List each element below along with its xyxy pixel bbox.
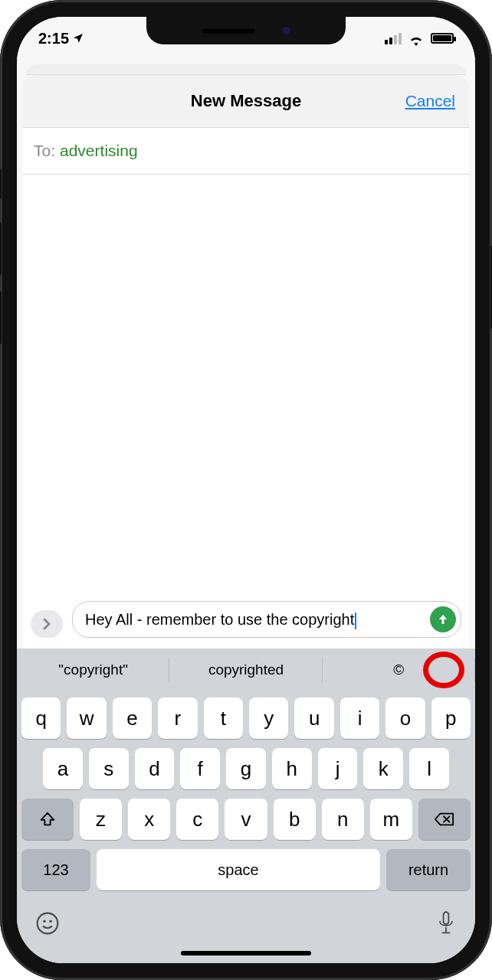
dictation-button[interactable] (435, 910, 457, 942)
key-h[interactable]: h (272, 748, 312, 789)
key-p[interactable]: p (431, 697, 471, 739)
message-text: Hey All - remember to use the copyright (85, 611, 354, 628)
key-o[interactable]: o (385, 697, 425, 739)
compose-row: Hey All - remember to use the copyright (23, 593, 469, 648)
key-b[interactable]: b (274, 799, 316, 840)
key-k[interactable]: k (363, 748, 403, 789)
speaker (202, 28, 255, 34)
message-input[interactable]: Hey All - remember to use the copyright (72, 601, 461, 638)
location-icon (72, 32, 84, 44)
key-l[interactable]: l (409, 748, 449, 789)
keyboard: "copyright" copyrighted © q w e r t y u … (17, 648, 475, 963)
page-title: New Message (191, 91, 301, 111)
front-camera (283, 27, 290, 34)
side-switch (0, 168, 2, 199)
modal-header: New Message Cancel (23, 75, 469, 127)
key-z[interactable]: z (80, 799, 122, 840)
key-u[interactable]: u (294, 697, 333, 739)
to-value: advertising (60, 142, 138, 160)
emoji-button[interactable] (35, 911, 60, 941)
volume-up (0, 222, 2, 276)
screen: 2:15 New Message Cancel To: advertising (17, 17, 475, 963)
svg-point-2 (49, 920, 51, 923)
key-a[interactable]: a (43, 748, 83, 789)
key-w[interactable]: w (67, 697, 106, 739)
backspace-key[interactable] (418, 799, 471, 840)
microphone-icon (435, 910, 457, 936)
notch (146, 17, 346, 44)
space-key[interactable]: space (97, 849, 380, 890)
signal-icon (385, 33, 402, 44)
key-s[interactable]: s (89, 748, 129, 789)
suggestion-bar: "copyright" copyrighted © (17, 648, 475, 691)
key-r[interactable]: r (158, 697, 197, 739)
shift-key[interactable] (21, 799, 74, 840)
return-key[interactable]: return (386, 849, 471, 890)
suggestion-3[interactable]: © (323, 648, 475, 691)
svg-rect-3 (444, 912, 449, 924)
emoji-icon (35, 911, 60, 936)
key-c[interactable]: c (176, 799, 218, 840)
key-v[interactable]: v (225, 799, 267, 840)
backspace-icon (435, 812, 454, 827)
numbers-key[interactable]: 123 (21, 849, 90, 890)
svg-point-0 (38, 913, 58, 934)
chevron-right-icon (41, 618, 53, 630)
key-g[interactable]: g (226, 748, 266, 789)
status-time: 2:15 (38, 30, 69, 47)
cancel-button[interactable]: Cancel (405, 92, 455, 110)
svg-point-1 (43, 920, 45, 923)
message-body[interactable]: Hey All - remember to use the copyright (23, 175, 469, 648)
wifi-icon (408, 32, 425, 44)
to-label: To: (34, 142, 55, 160)
home-indicator[interactable] (181, 951, 311, 956)
key-f[interactable]: f (180, 748, 220, 789)
expand-apps-button[interactable] (31, 610, 63, 638)
key-e[interactable]: e (113, 697, 152, 739)
suggestion-2[interactable]: copyrighted (169, 648, 322, 691)
text-caret (355, 612, 356, 629)
phone-frame: 2:15 New Message Cancel To: advertising (0, 0, 492, 980)
suggestion-1[interactable]: "copyright" (17, 648, 169, 691)
key-y[interactable]: y (249, 697, 288, 739)
key-i[interactable]: i (340, 697, 379, 739)
arrow-up-icon (436, 612, 450, 626)
key-t[interactable]: t (204, 697, 243, 739)
key-j[interactable]: j (318, 748, 358, 789)
modal-background-hint (26, 64, 466, 75)
key-x[interactable]: x (128, 799, 170, 840)
volume-down (0, 291, 2, 345)
key-d[interactable]: d (135, 748, 175, 789)
key-n[interactable]: n (322, 799, 364, 840)
battery-icon (431, 33, 454, 44)
send-button[interactable] (430, 606, 456, 632)
shift-icon (39, 811, 56, 828)
key-m[interactable]: m (370, 799, 412, 840)
to-field[interactable]: To: advertising (23, 127, 469, 175)
key-q[interactable]: q (21, 697, 61, 739)
